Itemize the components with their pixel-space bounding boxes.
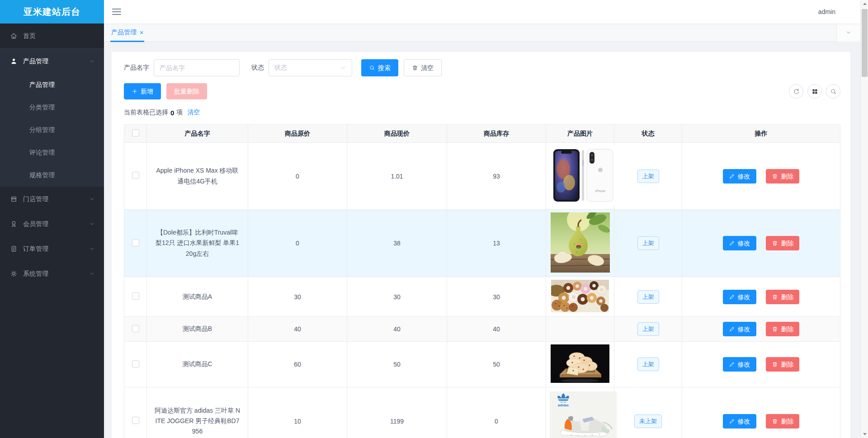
current-price: 38 bbox=[347, 210, 447, 277]
add-button[interactable]: 新增 bbox=[124, 83, 161, 99]
clear-button[interactable]: 清空 bbox=[404, 59, 442, 76]
svg-text:adidas: adidas bbox=[558, 403, 569, 407]
tab-bar: 产品管理 × bbox=[104, 24, 860, 42]
sidebar-item-label: 首页 bbox=[23, 32, 36, 40]
plus-icon bbox=[132, 88, 138, 94]
row-checkbox[interactable] bbox=[132, 172, 139, 179]
refresh-icon bbox=[793, 88, 800, 95]
select-all-checkbox[interactable] bbox=[132, 129, 139, 137]
main-content: 产品名字 状态 状态 搜索 清空 bbox=[104, 42, 860, 438]
edit-button[interactable]: 修改 bbox=[723, 169, 756, 184]
original-price: 30 bbox=[248, 277, 347, 317]
sidebar-subitem-group-management[interactable]: 分组管理 bbox=[0, 119, 104, 141]
product-name: 阿迪达斯官方 adidas 三叶草 NITE JOGGER 男子经典鞋BD795… bbox=[147, 387, 248, 438]
row-checkbox[interactable] bbox=[132, 239, 139, 246]
sidebar-item-member-management[interactable]: 会员管理 bbox=[0, 212, 104, 236]
row-select-cell bbox=[124, 342, 147, 387]
selection-count: 0 bbox=[170, 109, 174, 117]
edit-button[interactable]: 修改 bbox=[723, 414, 756, 429]
delete-button[interactable]: 删除 bbox=[766, 322, 799, 336]
gear-icon bbox=[10, 270, 18, 278]
tab-label: 产品管理 bbox=[111, 28, 137, 37]
product-image: iPhone bbox=[550, 146, 617, 205]
tab-options-dropdown[interactable] bbox=[836, 24, 860, 42]
trash-icon bbox=[772, 294, 778, 300]
column-header: 商品库存 bbox=[447, 125, 546, 143]
edit-button[interactable]: 修改 bbox=[723, 357, 756, 372]
status-cell: 上架 bbox=[614, 277, 682, 317]
column-search-button[interactable] bbox=[826, 84, 840, 99]
row-checkbox[interactable] bbox=[132, 292, 139, 300]
refresh-button[interactable] bbox=[789, 84, 803, 99]
menu-toggle-icon[interactable] bbox=[112, 7, 121, 17]
status-select-placeholder: 状态 bbox=[274, 64, 287, 72]
original-price: 0 bbox=[248, 143, 347, 210]
product-name: 测试商品A bbox=[147, 277, 248, 317]
order-icon bbox=[10, 245, 18, 253]
product-name-input[interactable] bbox=[154, 59, 240, 76]
stock: 50 bbox=[447, 342, 546, 387]
sidebar: 亚米建站后台 首页 产品管理 产品管理 分类管理 分组管理 评论管理 bbox=[0, 0, 104, 438]
status-badge: 未上架 bbox=[634, 414, 662, 428]
row-checkbox[interactable] bbox=[132, 325, 139, 332]
sidebar-subitem-spec-management[interactable]: 规格管理 bbox=[0, 164, 104, 187]
status-badge: 上架 bbox=[637, 322, 659, 336]
delete-button[interactable]: 删除 bbox=[766, 290, 799, 304]
delete-button[interactable]: 删除 bbox=[766, 357, 799, 372]
delete-button[interactable]: 删除 bbox=[766, 236, 799, 250]
chevron-down-icon bbox=[89, 196, 95, 202]
delete-button[interactable]: 删除 bbox=[766, 414, 799, 429]
sidebar-item-store-management[interactable]: 门店管理 bbox=[0, 187, 104, 212]
page-scrollbar[interactable] bbox=[860, 0, 868, 438]
scroll-down-arrow[interactable] bbox=[861, 430, 868, 438]
product-image bbox=[551, 280, 609, 312]
sidebar-subitem-comment-management[interactable]: 评论管理 bbox=[0, 141, 104, 164]
user-icon bbox=[10, 57, 18, 65]
row-select-cell bbox=[124, 277, 147, 317]
sidebar-item-order-management[interactable]: 订单管理 bbox=[0, 236, 104, 261]
search-button[interactable]: 搜索 bbox=[361, 59, 398, 76]
selection-summary: 当前表格已选择 0 项 清空 bbox=[124, 108, 840, 117]
table-row: 阿迪达斯官方 adidas 三叶草 NITE JOGGER 男子经典鞋BD795… bbox=[124, 387, 840, 438]
status-cell: 上架 bbox=[614, 317, 682, 342]
delete-button[interactable]: 删除 bbox=[766, 169, 799, 184]
search-icon bbox=[830, 88, 837, 95]
edit-button[interactable]: 修改 bbox=[723, 290, 756, 304]
sidebar-item-home[interactable]: 首页 bbox=[0, 24, 104, 48]
sidebar-item-label: 门店管理 bbox=[23, 195, 48, 203]
sidebar-item-product-management[interactable]: 产品管理 bbox=[0, 49, 104, 74]
edit-button[interactable]: 修改 bbox=[723, 322, 756, 336]
current-price: 50 bbox=[347, 342, 447, 387]
trash-icon bbox=[772, 173, 778, 179]
scrollbar-thumb[interactable] bbox=[862, 9, 868, 77]
status-badge: 上架 bbox=[637, 358, 659, 371]
batch-delete-button[interactable]: 批量删除 bbox=[166, 83, 207, 99]
scroll-up-arrow[interactable] bbox=[861, 0, 868, 8]
product-name: 测试商品C bbox=[147, 342, 248, 387]
tab-product-management[interactable]: 产品管理 × bbox=[110, 24, 144, 42]
table-row: 测试商品B 40 40 40 上架 修改 删除 bbox=[124, 317, 840, 342]
row-select-cell bbox=[124, 210, 147, 277]
row-actions: 修改 删除 bbox=[682, 277, 840, 317]
action-row: 新增 批量删除 bbox=[124, 83, 840, 99]
row-checkbox[interactable] bbox=[132, 360, 139, 367]
row-checkbox[interactable] bbox=[132, 417, 139, 424]
sidebar-item-label: 会员管理 bbox=[23, 220, 48, 228]
density-button[interactable] bbox=[807, 84, 822, 99]
sidebar-subitem-category-management[interactable]: 分类管理 bbox=[0, 96, 104, 119]
product-name-label: 产品名字 bbox=[124, 64, 149, 72]
selection-clear-link[interactable]: 清空 bbox=[187, 108, 200, 117]
sidebar-subitem-product-management[interactable]: 产品管理 bbox=[0, 74, 104, 96]
row-select-cell bbox=[124, 387, 147, 438]
edit-button[interactable]: 修改 bbox=[723, 236, 756, 250]
current-price: 1199 bbox=[347, 387, 447, 438]
user-menu[interactable]: admin bbox=[818, 8, 835, 15]
sidebar-item-system-management[interactable]: 系统管理 bbox=[0, 261, 104, 286]
status-select[interactable]: 状态 bbox=[269, 59, 352, 76]
close-icon[interactable]: × bbox=[140, 29, 143, 36]
chevron-down-icon bbox=[340, 65, 346, 71]
sidebar-submenu: 产品管理 分类管理 分组管理 评论管理 规格管理 bbox=[0, 74, 104, 187]
chevron-down-icon bbox=[845, 29, 852, 36]
product-card: 产品名字 状态 状态 搜索 清空 bbox=[112, 52, 850, 438]
trash-icon bbox=[772, 418, 778, 424]
